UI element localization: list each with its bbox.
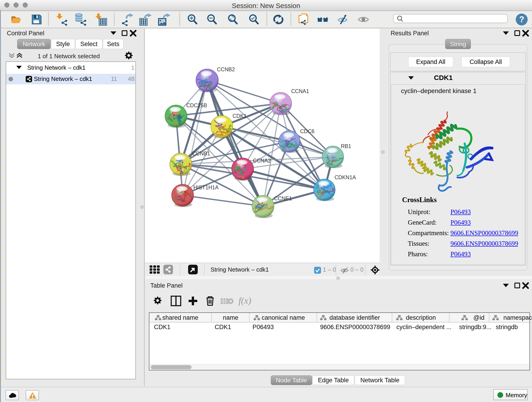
svg-text:CCNE1: CCNE1 xyxy=(274,196,292,201)
svg-text:RB1: RB1 xyxy=(341,143,351,149)
svg-text:CDKN1A: CDKN1A xyxy=(335,174,356,180)
svg-text:CDK1: CDK1 xyxy=(233,113,247,119)
svg-text:CDC25B: CDC25B xyxy=(186,102,207,108)
svg-text:CCNA2: CCNA2 xyxy=(253,158,271,164)
svg-text:CCNB2: CCNB2 xyxy=(217,66,235,72)
svg-text:HIST1H1A: HIST1H1A xyxy=(193,185,219,191)
svg-text:?: ? xyxy=(519,15,524,24)
svg-text:CCNB1: CCNB1 xyxy=(192,151,210,157)
svg-text:CCNA1: CCNA1 xyxy=(291,88,309,94)
svg-text:CDC6: CDC6 xyxy=(300,128,315,134)
